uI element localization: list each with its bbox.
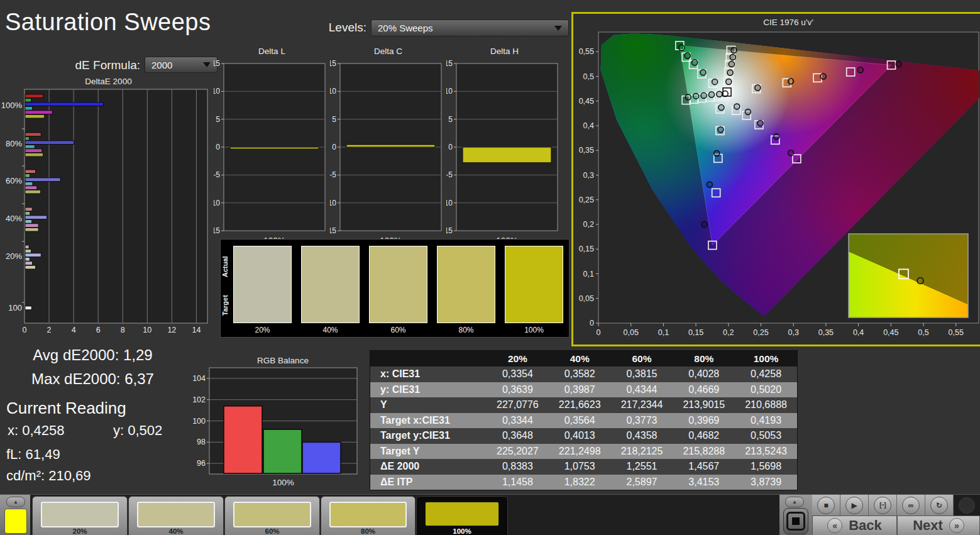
deltae-bar (25, 136, 29, 140)
deltae-bar (25, 98, 31, 102)
svg-text:0: 0 (332, 143, 336, 152)
deltae-bar (25, 182, 33, 185)
svg-text:0,3: 0,3 (788, 328, 799, 337)
y-value: 0,502 (128, 422, 162, 438)
actual-row-label: Actual (221, 248, 234, 285)
measured-marker-blue (702, 222, 707, 228)
svg-text:100%: 100% (1, 101, 23, 110)
measured-marker-magenta (788, 150, 794, 156)
cie-1976-panel[interactable]: CIE 1976 u'v'000,050,050,10,10,150,150,2… (571, 12, 980, 346)
next-button-label: Next (913, 517, 943, 534)
measured-marker-magenta (774, 134, 779, 140)
deltae-bar (25, 211, 30, 215)
svg-text:0,25: 0,25 (579, 196, 594, 204)
deltae-bar (25, 153, 43, 157)
value-cell: 1,5698 (735, 459, 797, 475)
deltae-bar (25, 190, 41, 194)
target-row-label: Target (221, 287, 234, 324)
current-reading-cdm2: cd/m²: 210,69 (6, 468, 91, 484)
patch-label: 40% (129, 527, 223, 535)
chevron-down-icon (554, 26, 562, 31)
x-label: x: (8, 422, 18, 438)
patch-button-60%[interactable]: 60% (224, 496, 320, 535)
svg-text:0: 0 (590, 319, 594, 328)
measured-marker-magenta (734, 104, 740, 109)
svg-text:0,2: 0,2 (723, 328, 734, 337)
deltae-bar (25, 245, 29, 249)
svg-text:8: 8 (121, 326, 125, 334)
delta-c-chart: 151050-5-10-15100% (330, 56, 446, 251)
table-row: ΔE 20000,83831,07531,25511,45671,5698 (370, 459, 797, 475)
value-cell: 1,0753 (549, 459, 611, 475)
patch-window-button[interactable] (783, 508, 808, 534)
value-cell: 1,2551 (611, 459, 673, 475)
patch-button-80%[interactable]: 80% (321, 496, 416, 535)
svg-text:0,3: 0,3 (583, 171, 594, 180)
rgb-bar-green (263, 429, 302, 473)
measured-marker-cyan (701, 93, 707, 99)
value-cell: 0,3648 (487, 428, 549, 444)
delta-h-panel: Delta H 151050-5-10-15100% (446, 44, 563, 242)
value-cell: 0,3564 (549, 413, 611, 429)
svg-text:100: 100 (8, 303, 22, 312)
transport-cell: ▶ (840, 495, 869, 516)
svg-text:0,4: 0,4 (853, 328, 864, 337)
svg-text:0,5: 0,5 (583, 72, 594, 81)
row-label-cell: Target Y (370, 444, 487, 460)
rgb-bar-red (224, 406, 262, 473)
refresh-button[interactable]: ↻ (930, 497, 948, 514)
value-cell: 0,3354 (487, 367, 549, 382)
patch-button-20%[interactable]: 20% (32, 496, 128, 535)
svg-text:10: 10 (330, 87, 336, 96)
deltae-bar (25, 102, 103, 106)
svg-text:5: 5 (216, 115, 220, 124)
stop-button[interactable]: ■ (817, 497, 835, 514)
deltae-bar (25, 114, 45, 118)
deltae-bar (25, 249, 31, 253)
chevron-left-icon: « (827, 518, 842, 533)
frame-step-icon: [··] (879, 502, 885, 509)
delta-c-panel: Delta C 151050-5-10-15100% (330, 44, 446, 242)
back-button[interactable]: « Back (812, 516, 897, 535)
measured-marker-blue (718, 127, 724, 133)
levels-value: 20% Sweeps (378, 23, 433, 33)
deltae-bar (25, 94, 43, 98)
avg-de2000-stat: Avg dE2000: 1,29 (13, 346, 173, 364)
de-formula-dropdown[interactable]: 2000 (145, 57, 217, 73)
svg-text:15: 15 (446, 59, 453, 68)
swatch-level-label: 40% (301, 326, 360, 334)
play-button[interactable]: ▶ (845, 497, 863, 514)
actual-target-swatch-80% (437, 246, 495, 323)
measured-marker-blue (718, 104, 724, 110)
patch-button-40%[interactable]: 40% (128, 496, 224, 535)
page-title: Saturation Sweeps (5, 9, 211, 36)
patch-label: 80% (321, 527, 415, 535)
svg-text:0,55: 0,55 (949, 328, 964, 337)
svg-text:0,1: 0,1 (583, 270, 594, 279)
value-cell: 0,4258 (735, 367, 797, 382)
measured-marker-red (820, 74, 826, 79)
row-label-cell: x: CIE31 (370, 367, 487, 382)
swatch-level-label: 100% (505, 326, 563, 334)
deltae-bar (25, 174, 30, 177)
patch-button-100%[interactable]: 100% (416, 496, 508, 535)
svg-text:-15: -15 (446, 226, 453, 235)
frame-step-button[interactable]: [··] (874, 497, 891, 514)
expand-up-button[interactable]: ▲ (785, 497, 804, 507)
svg-text:15: 15 (330, 59, 336, 68)
measured-marker-cyan (685, 94, 691, 100)
svg-text:10: 10 (214, 87, 220, 96)
chevron-right-icon: » (949, 518, 964, 533)
table-header-cell: 100% (735, 351, 797, 367)
continuous-button[interactable]: ∞ (902, 497, 920, 514)
svg-text:0,25: 0,25 (753, 328, 768, 337)
max-de2000-value: 6,37 (124, 370, 154, 387)
expand-up-button[interactable]: ▲ (6, 497, 25, 507)
next-button[interactable]: Next » (897, 516, 980, 535)
levels-dropdown[interactable]: 20% Sweeps (371, 19, 569, 36)
transport-cell: ∞ (897, 495, 925, 516)
value-cell: 217,2344 (611, 397, 673, 413)
measured-marker-red (788, 79, 794, 84)
svg-text:0,55: 0,55 (579, 47, 594, 56)
svg-text:0,15: 0,15 (579, 245, 594, 253)
